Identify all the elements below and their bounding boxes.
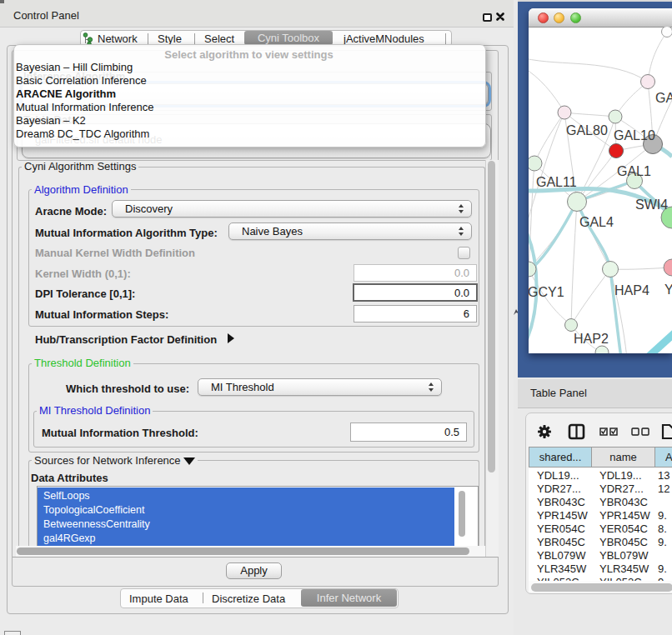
- svg-text:GAL11: GAL11: [536, 175, 577, 189]
- svg-text:GAL1: GAL1: [617, 164, 651, 178]
- svg-text:SWI4: SWI4: [635, 198, 668, 212]
- svg-text:GAL80: GAL80: [566, 123, 608, 138]
- svg-text:GAL4: GAL4: [579, 215, 614, 229]
- svg-text:HAP2: HAP2: [574, 332, 609, 346]
- svg-text:GCY1: GCY1: [529, 285, 564, 299]
- svg-text:HAP4: HAP4: [614, 283, 649, 298]
- svg-text:Y: Y: [664, 282, 672, 297]
- svg-text:GAL3: GAL3: [655, 91, 672, 105]
- svg-text:GAL10: GAL10: [614, 128, 655, 142]
